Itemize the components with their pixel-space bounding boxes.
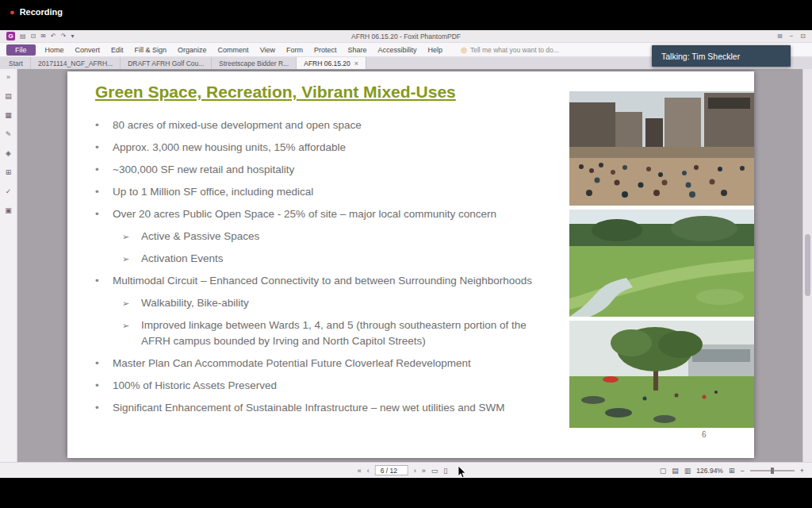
ribbon-tab-share[interactable]: Share — [343, 44, 373, 56]
bullet-marker-icon: • — [95, 400, 99, 416]
expand-panel-icon[interactable]: » — [6, 73, 10, 81]
first-page-button[interactable]: « — [358, 467, 362, 475]
bullet-text: Walkability, Bike-ability — [141, 297, 249, 309]
tell-me-search[interactable]: ◎ Tell me what you want to do... — [461, 46, 559, 54]
screen-recording-frame: ● Recording G ▤⊡✉↶↷▾ AFRH 06.15.20 - Fox… — [0, 0, 812, 508]
doc-tab-start[interactable]: Start — [2, 57, 31, 69]
facing-view-icon[interactable]: ▥ — [684, 467, 691, 475]
comments-icon[interactable]: ✎ — [6, 130, 12, 138]
golf-course-photo — [569, 210, 754, 317]
zoom-slider-thumb[interactable] — [771, 468, 774, 474]
marquee-zoom-icon[interactable]: ⊞ — [729, 467, 735, 475]
ribbon-tab-help[interactable]: Help — [423, 44, 449, 56]
status-bar: « ‹ 6 / 12 › » ▭ ▯ ▢ ▤ ▥ 126.94% ⊞ − + — [0, 462, 812, 478]
bullet-text: Over 20 acres Public Open Space - 25% of… — [113, 208, 496, 220]
bullet-text: ~300,000 SF new retail and hospitality — [113, 164, 294, 175]
prev-page-button[interactable]: ‹ — [367, 467, 370, 475]
recording-label: Recording — [20, 7, 63, 17]
page-thumbnails-icon[interactable]: ▦ — [5, 111, 12, 119]
save-icon[interactable]: ▤ — [20, 32, 26, 40]
bullet-text: Master Plan Can Accommodate Potential Fu… — [113, 357, 471, 369]
ribbon-tab-organize[interactable]: Organize — [172, 44, 213, 56]
close-tab-icon[interactable]: × — [354, 60, 358, 67]
undo-icon[interactable]: ↶ — [51, 32, 56, 40]
minimize-icon[interactable]: − — [790, 33, 794, 40]
bullet-text: Activation Events — [141, 252, 224, 264]
doc-tab-label: Streetscape Bidder R... — [219, 60, 289, 67]
mouse-cursor — [458, 466, 466, 479]
bullet-item: •Over 20 acres Public Open Space - 25% o… — [95, 206, 539, 222]
layers-icon[interactable]: ◈ — [6, 149, 11, 157]
doc-tab-label: Start — [9, 60, 23, 67]
bookmarks-icon[interactable]: ▤ — [5, 92, 12, 100]
bullet-text: Approx. 3,000 new housing units, 15% aff… — [113, 141, 346, 153]
continuous-view-icon[interactable]: ▤ — [672, 467, 679, 475]
bullet-marker-icon: • — [95, 273, 99, 289]
quick-access-toolbar: G ▤⊡✉↶↷▾ — [6, 32, 74, 40]
ribbon-tab-convert[interactable]: Convert — [70, 44, 106, 56]
doc-tab-afrh-06-15-20[interactable]: AFRH 06.15.20× — [297, 57, 366, 69]
last-page-button[interactable]: » — [422, 467, 426, 475]
ribbon-tab-list: HomeConvertEditFill & SignOrganizeCommen… — [40, 44, 449, 56]
ribbon-tab-view[interactable]: View — [255, 44, 281, 56]
bullet-item: •Approx. 3,000 new housing units, 15% af… — [95, 140, 539, 156]
print-icon[interactable]: ⊡ — [31, 32, 36, 40]
redo-icon[interactable]: ↷ — [61, 32, 67, 40]
doc-tab-20171114-ngf-afrh[interactable]: 20171114_NGF_AFRH... — [31, 57, 121, 69]
title-bar: G ▤⊡✉↶↷▾ AFRH 06.15.20 - Foxit PhantomPD… — [0, 30, 812, 43]
restore-window-icon[interactable]: ⊡ — [800, 33, 806, 40]
fit-page-icon[interactable]: ▯ — [443, 467, 447, 475]
slide-photo-column — [569, 91, 754, 432]
collaboration-icon[interactable]: ⊞ — [777, 33, 783, 40]
ribbon-tab-accessibility[interactable]: Accessibility — [373, 44, 423, 56]
bullet-item: ➢Walkability, Bike-ability — [95, 295, 539, 311]
arrow-marker-icon: ➢ — [122, 295, 129, 311]
bullet-text: 80 acres of mixed-use development and op… — [113, 119, 362, 131]
bullet-item: •100% of Historic Assets Preserved — [95, 378, 539, 394]
ribbon-tab-comment[interactable]: Comment — [213, 44, 255, 56]
tell-me-label: Tell me what you want to do... — [470, 46, 559, 54]
fields-icon[interactable]: ▣ — [5, 206, 12, 214]
fit-width-icon[interactable]: ▭ — [431, 467, 439, 475]
attachments-icon[interactable]: ⊞ — [6, 168, 12, 176]
zoom-out-button[interactable]: − — [740, 467, 744, 475]
email-icon[interactable]: ✉ — [40, 32, 46, 40]
zoom-slider[interactable] — [750, 470, 795, 471]
scrollbar-thumb[interactable] — [805, 234, 810, 296]
ribbon-tab-protect[interactable]: Protect — [308, 44, 343, 56]
single-page-view-icon[interactable]: ▢ — [660, 467, 667, 475]
bullet-text: Up to 1 Million SF office, including med… — [113, 186, 313, 198]
talking-label: Talking: Tim Sheckler — [661, 52, 740, 61]
arrow-marker-icon: ➢ — [122, 318, 129, 333]
next-page-button[interactable]: › — [414, 467, 416, 475]
ribbon-tab-edit[interactable]: Edit — [105, 44, 129, 56]
titlebar-right-icons: ⊞−⊡ — [777, 33, 806, 40]
zoom-in-button[interactable]: + — [800, 467, 804, 475]
signature-icon[interactable]: ✓ — [6, 187, 12, 195]
arrow-marker-icon: ➢ — [122, 229, 129, 244]
page-navigation-controls: « ‹ 6 / 12 › » ▭ ▯ — [358, 463, 447, 478]
doc-tab-label: AFRH 06.15.20 — [304, 60, 350, 67]
file-tab[interactable]: File — [6, 44, 36, 56]
vertical-scrollbar[interactable] — [802, 69, 812, 462]
foxit-logo-icon[interactable]: G — [6, 32, 15, 40]
page-number-input[interactable]: 6 / 12 — [375, 465, 408, 475]
bullet-marker-icon: • — [95, 184, 99, 200]
recording-bar: ● Recording — [0, 0, 812, 24]
slide-page-number: 6 — [702, 430, 707, 439]
qat-dropdown-icon[interactable]: ▾ — [71, 32, 74, 40]
bullet-text: Significant Enhancement of Sustainable I… — [113, 402, 505, 414]
ribbon-tab-home[interactable]: Home — [40, 44, 70, 56]
window-title: AFRH 06.15.20 - Foxit PhantomPDF — [0, 33, 812, 40]
zoom-level[interactable]: 126.94% — [696, 467, 723, 475]
ribbon-tab-form[interactable]: Form — [281, 44, 308, 56]
bullet-text: Multimodal Circuit – Enhanced Connectivi… — [113, 275, 532, 287]
doc-tab-streetscape-bidder-r[interactable]: Streetscape Bidder R... — [212, 57, 297, 69]
ribbon-tab-fill-sign[interactable]: Fill & Sign — [129, 44, 173, 56]
foxit-phantompdf-window: G ▤⊡✉↶↷▾ AFRH 06.15.20 - Foxit PhantomPD… — [0, 30, 812, 478]
doc-tab-draft-afrh-golf-cou[interactable]: DRAFT AFRH Golf Cou... — [121, 57, 212, 69]
bullet-marker-icon: • — [95, 378, 99, 394]
bullet-marker-icon: • — [95, 140, 99, 156]
bullet-item: ➢Activation Events — [95, 251, 539, 267]
left-panel-bar: »▤▦✎◈⊞✓▣ — [0, 69, 17, 462]
